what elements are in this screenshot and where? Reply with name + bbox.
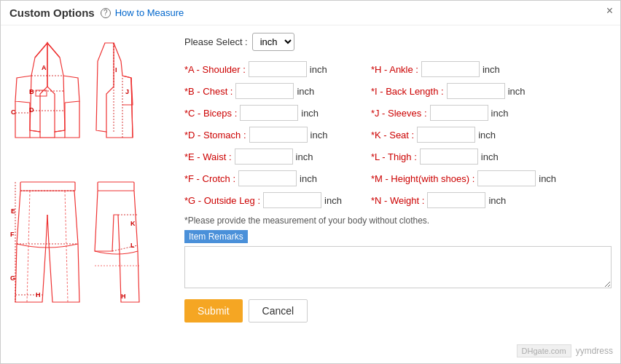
field-row-E: *E - Waist : inch (184, 149, 342, 165)
footer-buttons: Submit Cancel (184, 299, 612, 323)
field-input-B[interactable] (235, 83, 294, 99)
field-row-D: *D - Stomach : inch (184, 127, 342, 143)
unit-select-row: Please Select : inch cm (184, 33, 612, 51)
field-label-D: *D - Stomach : (184, 130, 246, 141)
svg-rect-13 (20, 182, 75, 191)
field-input-A[interactable] (249, 61, 307, 77)
field-label-C: *C - Biceps : (184, 108, 237, 119)
svg-text:E: E (11, 207, 15, 215)
field-input-J[interactable] (430, 105, 488, 121)
svg-text:H: H (121, 293, 126, 300)
field-label-B: *B - Chest : (184, 86, 233, 97)
field-unit-M: inch (539, 173, 556, 184)
svg-text:K: K (130, 220, 136, 227)
suit-trouser-area: E F G H (9, 178, 145, 306)
submit-button[interactable]: Submit (184, 299, 243, 323)
dialog-title: Custom Options (9, 7, 95, 19)
footer-watermark: DHgate.com yymdress (517, 344, 613, 357)
field-input-D[interactable] (249, 127, 308, 143)
field-input-H[interactable] (421, 61, 480, 77)
field-unit-N: inch (488, 195, 506, 206)
svg-text:A: A (42, 64, 47, 71)
field-unit-J: inch (491, 108, 509, 119)
svg-text:C: C (11, 108, 16, 116)
field-label-G: *G - Outside Leg : (184, 195, 260, 206)
field-unit-I: inch (508, 86, 526, 97)
field-label-I: *I - Back Length : (371, 86, 444, 97)
custom-options-dialog: Custom Options ? How to Measure × (0, 0, 621, 364)
how-to-measure-link[interactable]: ? How to Measure (101, 7, 184, 18)
note-text: *Please provide the measurement of your … (184, 215, 612, 226)
form-area: Please Select : inch cm *A - Shoulder : … (184, 33, 612, 323)
dialog-body: A B C D I (1, 25, 620, 330)
svg-text:J: J (125, 88, 129, 95)
svg-text:G: G (10, 274, 15, 282)
svg-text:L: L (130, 242, 135, 249)
field-row-B: *B - Chest : inch (184, 83, 342, 99)
field-label-F: *F - Crotch : (184, 173, 235, 184)
field-row-J: *J - Sleeves : inch (371, 105, 556, 121)
field-input-L[interactable] (420, 149, 478, 165)
field-input-E[interactable] (235, 149, 293, 165)
field-row-C: *C - Biceps : inch (184, 105, 342, 121)
field-label-J: *J - Sleeves : (371, 108, 427, 119)
field-label-H: *H - Ankle : (371, 64, 418, 75)
field-label-L: *L - Thigh : (371, 151, 417, 162)
field-row-N: *N - Weight : inch (371, 192, 556, 208)
trouser-front-svg: E F G H (9, 178, 86, 306)
field-unit-F: inch (300, 173, 317, 184)
field-input-G[interactable] (263, 192, 321, 208)
watermark-text: yymdress (576, 346, 613, 356)
field-unit-A: inch (310, 64, 327, 75)
right-fields-column: *H - Ankle : inch *I - Back Length : inc… (371, 61, 556, 208)
remarks-textarea[interactable] (184, 246, 612, 288)
field-row-L: *L - Thigh : inch (371, 149, 556, 165)
field-input-F[interactable] (238, 170, 297, 186)
jacket-front-svg: A B C D (9, 36, 86, 156)
field-input-N[interactable] (427, 192, 485, 208)
select-label: Please Select : (184, 36, 248, 47)
field-label-K: *K - Seat : (371, 130, 414, 141)
field-unit-G: inch (324, 195, 342, 206)
field-label-M: *M - Height(with shoes) : (371, 173, 474, 184)
svg-rect-24 (98, 182, 134, 191)
field-input-C[interactable] (240, 105, 298, 121)
field-unit-B: inch (297, 86, 314, 97)
field-unit-E: inch (296, 151, 313, 162)
field-input-K[interactable] (417, 127, 475, 143)
field-label-A: *A - Shoulder : (184, 64, 246, 75)
field-row-K: *K - Seat : inch (371, 127, 556, 143)
jacket-side-svg: I J (90, 36, 138, 156)
field-unit-L: inch (481, 151, 499, 162)
svg-text:D: D (29, 106, 34, 114)
close-button[interactable]: × (606, 5, 613, 17)
field-row-F: *F - Crotch : inch (184, 170, 342, 186)
field-input-I[interactable] (447, 83, 505, 99)
field-row-M: *M - Height(with shoes) : inch (371, 170, 556, 186)
field-label-E: *E - Waist : (184, 151, 232, 162)
field-unit-K: inch (478, 130, 496, 141)
svg-text:F: F (10, 231, 15, 238)
cancel-button[interactable]: Cancel (249, 299, 308, 323)
dhgate-logo: DHgate.com (517, 344, 571, 357)
left-fields-column: *A - Shoulder : inch *B - Chest : inch *… (184, 61, 342, 208)
field-label-N: *N - Weight : (371, 195, 424, 206)
suit-jacket-area: A B C D I (9, 36, 138, 156)
svg-text:B: B (29, 88, 34, 95)
suit-illustrations: A B C D I (9, 33, 177, 323)
field-unit-D: inch (310, 130, 328, 141)
field-row-G: *G - Outside Leg : inch (184, 192, 342, 208)
item-remarks-label[interactable]: Item Remarks (184, 230, 248, 243)
field-input-M[interactable] (477, 170, 536, 186)
field-unit-H: inch (483, 64, 500, 75)
field-row-A: *A - Shoulder : inch (184, 61, 342, 77)
unit-select[interactable]: inch cm (252, 33, 294, 51)
measurements-grid: *A - Shoulder : inch *B - Chest : inch *… (184, 61, 612, 208)
field-unit-C: inch (301, 108, 319, 119)
question-icon: ? (101, 8, 111, 18)
trouser-side-svg: K L H (90, 178, 145, 306)
svg-text:I: I (115, 66, 117, 74)
dialog-header: Custom Options ? How to Measure × (1, 1, 620, 25)
field-row-H: *H - Ankle : inch (371, 61, 556, 77)
how-to-measure-label: How to Measure (115, 7, 184, 18)
